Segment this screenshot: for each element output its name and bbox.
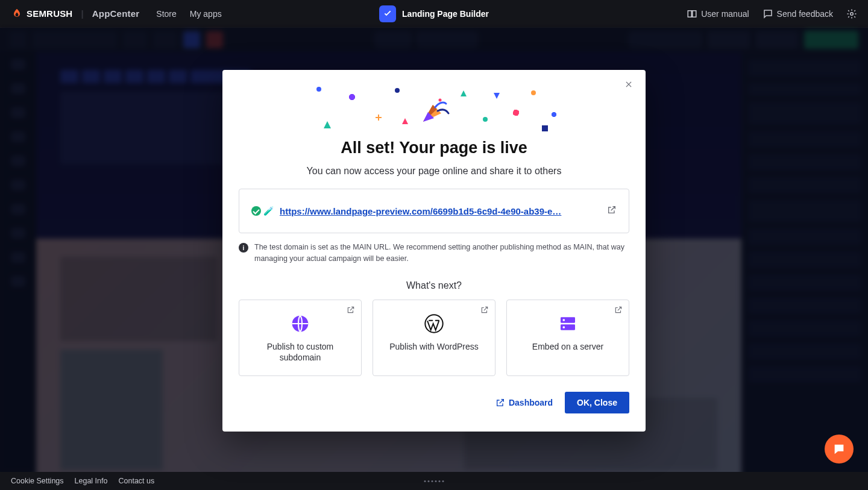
brand-sub: AppCenter — [92, 8, 139, 19]
card-label: Embed on a server — [532, 341, 603, 353]
next-step-cards: Publish to custom subdomain Publish with… — [239, 300, 629, 377]
published-url-link[interactable]: https://www.landpage-preview.com/6699b1d… — [280, 206, 601, 216]
svg-point-15 — [439, 99, 442, 102]
party-popper-icon — [417, 94, 451, 128]
card-custom-subdomain[interactable]: Publish to custom subdomain — [239, 300, 362, 377]
chat-fab[interactable] — [825, 435, 854, 463]
global-header: SEMRUSH | AppCenter Store My apps Landin… — [0, 0, 868, 28]
svg-point-6 — [395, 88, 400, 93]
svg-marker-10 — [494, 93, 500, 99]
external-link-icon — [495, 398, 505, 407]
gear-icon — [846, 8, 857, 19]
globe-icon — [290, 313, 310, 334]
svg-point-1 — [316, 87, 321, 92]
whats-next-heading: What's next? — [222, 280, 646, 291]
card-embed-server[interactable]: Embed on a server — [506, 300, 629, 377]
settings-button[interactable] — [846, 8, 857, 19]
app-title: Landing Page Builder — [402, 9, 489, 19]
svg-point-20 — [562, 319, 565, 321]
header-right: User manual Send feedback — [687, 8, 857, 19]
modal-actions: Dashboard OK, Close — [239, 392, 629, 413]
open-url-button[interactable] — [607, 205, 617, 217]
card-external-icon — [347, 306, 355, 316]
semrush-logo-icon — [11, 8, 23, 20]
modal-lead: You can now access your page online and … — [222, 166, 646, 177]
svg-point-9 — [483, 117, 488, 122]
svg-point-12 — [531, 90, 536, 95]
url-status: 🧪 — [251, 206, 274, 216]
external-link-icon — [607, 205, 617, 215]
nav-links: Store My apps — [156, 9, 221, 19]
nav-my-apps[interactable]: My apps — [190, 9, 222, 19]
confetti-illustration — [222, 70, 646, 136]
send-feedback-label: Send feedback — [777, 9, 833, 19]
feedback-icon — [763, 8, 773, 19]
legal-info-link[interactable]: Legal Info — [75, 477, 108, 485]
chat-icon — [832, 442, 846, 456]
user-manual-label: User manual — [701, 9, 749, 19]
info-icon: i — [239, 243, 248, 253]
svg-marker-8 — [461, 90, 467, 96]
ok-close-button[interactable]: OK, Close — [565, 392, 629, 413]
info-note: i The test domain is set as the MAIN URL… — [239, 242, 629, 265]
svg-rect-13 — [542, 125, 548, 131]
card-external-icon — [480, 306, 489, 316]
app-badge-icon — [379, 5, 396, 22]
footer-drag-handle[interactable] — [424, 480, 444, 482]
card-label: Publish with WordPress — [389, 341, 479, 353]
brand-separator: | — [81, 8, 83, 19]
dashboard-link[interactable]: Dashboard — [495, 398, 553, 407]
card-external-icon — [614, 306, 623, 316]
nav-store[interactable]: Store — [156, 9, 176, 19]
brand-main: SEMRUSH — [27, 8, 72, 19]
svg-rect-5 — [378, 115, 379, 121]
send-feedback-link[interactable]: Send feedback — [763, 8, 833, 19]
modal-heading: All set! Your page is live — [222, 139, 646, 157]
card-wordpress[interactable]: Publish with WordPress — [373, 300, 495, 377]
svg-point-21 — [562, 326, 565, 328]
svg-marker-7 — [402, 118, 408, 124]
svg-rect-11 — [513, 110, 519, 116]
brand: SEMRUSH | AppCenter — [11, 8, 139, 20]
svg-marker-3 — [324, 121, 331, 128]
current-app: Landing Page Builder — [379, 5, 489, 22]
user-manual-link[interactable]: User manual — [687, 8, 749, 19]
server-icon — [558, 313, 578, 334]
footer-bar: Cookie Settings Legal Info Contact us — [0, 472, 868, 490]
success-check-icon — [251, 206, 261, 216]
info-text: The test domain is set as the MAIN URL. … — [254, 242, 629, 265]
svg-rect-14 — [552, 112, 556, 117]
card-label: Publish to custom subdomain — [249, 341, 351, 364]
svg-rect-2 — [349, 94, 355, 100]
dashboard-label: Dashboard — [509, 398, 553, 407]
svg-point-0 — [851, 12, 854, 15]
cookie-settings-link[interactable]: Cookie Settings — [11, 477, 64, 485]
wordpress-icon — [424, 313, 444, 334]
book-icon — [687, 8, 697, 19]
test-domain-flask-icon: 🧪 — [263, 206, 274, 216]
publish-success-modal: All set! Your page is live You can now a… — [222, 70, 646, 432]
contact-us-link[interactable]: Contact us — [118, 477, 154, 485]
published-url-box: 🧪 https://www.landpage-preview.com/6699b… — [239, 189, 629, 233]
